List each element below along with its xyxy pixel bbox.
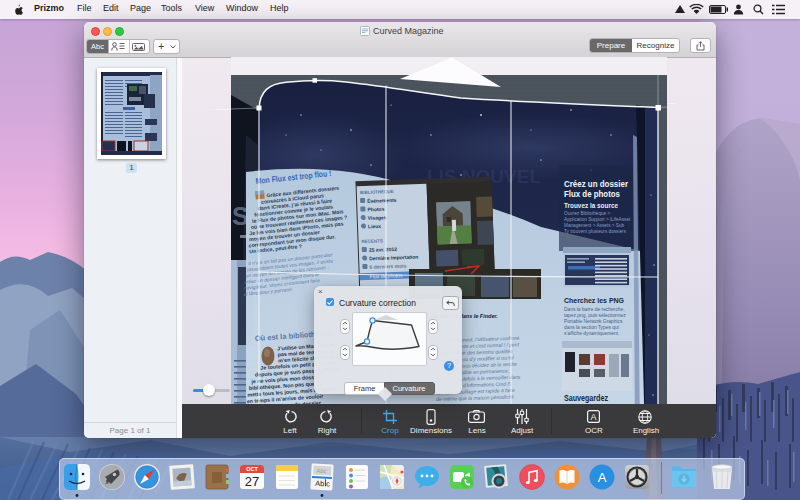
svg-text:Ty trouvent plusieurs dossiers: Ty trouvent plusieurs dossiers	[564, 229, 627, 234]
svg-text:Créez un dossier: Créez un dossier	[564, 179, 629, 189]
svg-text:Visages: Visages	[368, 214, 387, 221]
svg-text:Management > Assets > Sub: Management > Assets > Sub	[564, 223, 625, 228]
svg-text:Photos: Photos	[367, 206, 384, 213]
svg-text:Dans la barre de recherche,: Dans la barre de recherche,	[564, 307, 625, 312]
svg-text:A: A	[598, 470, 607, 485]
svg-text:Trouvez la source: Trouvez la source	[564, 202, 618, 209]
svg-text:Ouvrez Bibliothèque >: Ouvrez Bibliothèque >	[564, 211, 611, 216]
svg-text:s’affiche dynamiquement.: s’affiche dynamiquement.	[564, 331, 619, 336]
svg-text:Application Support > iLifeAss: Application Support > iLifeAsset	[564, 217, 631, 222]
svg-text:Cherchez les PNG: Cherchez les PNG	[564, 296, 624, 305]
svg-text:Abc: Abc	[316, 468, 327, 475]
svg-text:Événements: Événements	[367, 196, 397, 204]
svg-text:OCT: OCT	[246, 466, 258, 472]
svg-text:dans la section Types qui: dans la section Types qui	[564, 325, 619, 330]
svg-text:Portable Network Graphics: Portable Network Graphics	[564, 319, 623, 324]
svg-text:A: A	[590, 412, 596, 422]
svg-text:c: c	[326, 479, 330, 488]
svg-text:tapez.png, puis sélectionnez: tapez.png, puis sélectionnez	[564, 313, 626, 318]
svg-text:Flux de photos: Flux de photos	[564, 189, 620, 199]
svg-text:25 avr. 2012: 25 avr. 2012	[369, 246, 397, 253]
svg-text:Sauvegardez: Sauvegardez	[564, 393, 608, 403]
svg-text:Ab: Ab	[315, 479, 325, 488]
svg-text:Lieux: Lieux	[368, 223, 381, 229]
svg-text:27: 27	[245, 474, 259, 489]
